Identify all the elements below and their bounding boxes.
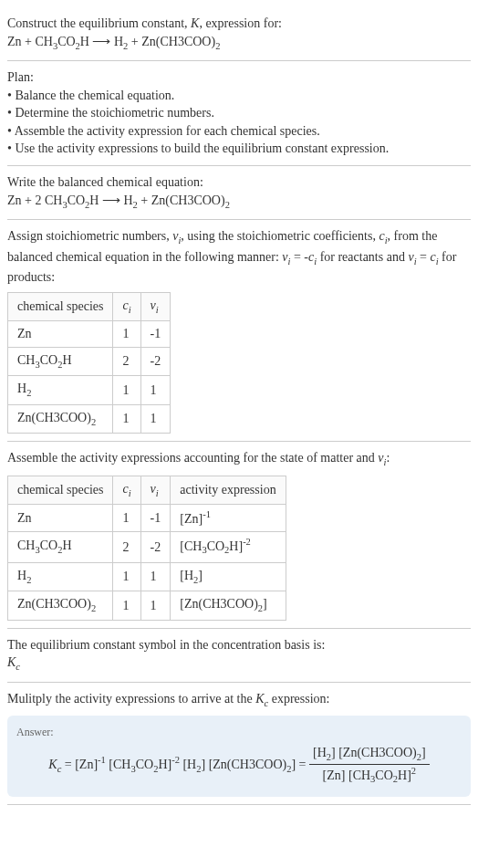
table-row: H2 1 1 [8, 376, 171, 404]
col-expr: activity expression [171, 476, 286, 504]
cell-nu: -1 [140, 505, 171, 532]
symbol-kc: Kc [7, 654, 471, 674]
cell-species: Zn [8, 321, 113, 348]
cell-species: CH3CO2H [8, 347, 113, 375]
cell-c: 1 [113, 505, 140, 532]
activity-intro: Assemble the activity expressions accoun… [7, 449, 471, 469]
col-c: ci [113, 476, 140, 504]
answer-box: Answer: Kc = [Zn]-1 [CH3CO2H]-2 [H2] [Zn… [7, 716, 471, 796]
cell-nu: 1 [140, 562, 171, 591]
plan-item: • Determine the stoichiometric numbers. [7, 104, 471, 122]
cell-species: Zn [8, 505, 113, 532]
balanced-heading: Write the balanced chemical equation: [7, 173, 471, 192]
col-nu: νi [140, 476, 171, 504]
intro-section: Construct the equilibrium constant, K, e… [7, 7, 471, 61]
intro-title: Construct the equilibrium constant, K, e… [7, 15, 471, 33]
table-row: Zn 1 -1 [Zn]-1 [8, 505, 286, 532]
table-row: Zn 1 -1 [8, 321, 171, 348]
plan-item: • Use the activity expressions to build … [7, 140, 471, 158]
cell-species: Zn(CH3COO)2 [8, 404, 113, 433]
table-header-row: chemical species ci νi activity expressi… [8, 476, 286, 504]
balanced-equation: Zn + 2 CH3CO2H ⟶ H2 + Zn(CH3COO)2 [7, 192, 471, 212]
cell-c: 1 [113, 404, 140, 433]
cell-c: 1 [113, 562, 140, 591]
stoich-intro: Assign stoichiometric numbers, νi, using… [7, 227, 471, 287]
cell-nu: -1 [140, 321, 171, 348]
table-row: CH3CO2H 2 -2 [CH3CO2H]-2 [8, 532, 286, 562]
cell-expr: [Zn]-1 [171, 505, 286, 532]
cell-c: 1 [113, 321, 140, 348]
cell-nu: 1 [140, 376, 171, 404]
answer-equation: Kc = [Zn]-1 [CH3CO2H]-2 [H2] [Zn(CH3COO)… [16, 744, 462, 788]
table-row: Zn(CH3COO)2 1 1 [Zn(CH3COO)2] [8, 591, 286, 620]
table-row: Zn(CH3COO)2 1 1 [8, 404, 171, 433]
plan-heading: Plan: [7, 68, 471, 87]
cell-c: 1 [113, 591, 140, 620]
cell-nu: 1 [140, 591, 171, 620]
stoich-table: chemical species ci νi Zn 1 -1 CH3CO2H 2… [7, 292, 171, 434]
symbol-section: The equilibrium constant symbol in the c… [7, 629, 471, 683]
cell-species: CH3CO2H [8, 532, 113, 562]
table-row: CH3CO2H 2 -2 [8, 347, 171, 375]
col-c: ci [113, 292, 140, 320]
cell-species: H2 [8, 376, 113, 404]
cell-c: 2 [113, 347, 140, 375]
cell-species: Zn(CH3COO)2 [8, 591, 113, 620]
table-row: H2 1 1 [H2] [8, 562, 286, 591]
cell-c: 1 [113, 376, 140, 404]
cell-expr: [Zn(CH3COO)2] [171, 591, 286, 620]
cell-c: 2 [113, 532, 140, 562]
intro-equation: Zn + CH3CO2H ⟶ H2 + Zn(CH3COO)2 [7, 33, 471, 53]
activity-table: chemical species ci νi activity expressi… [7, 476, 286, 621]
cell-expr: [H2] [171, 562, 286, 591]
col-species: chemical species [8, 292, 113, 320]
activity-section: Assemble the activity expressions accoun… [7, 442, 471, 628]
cell-nu: -2 [140, 532, 171, 562]
answer-label: Answer: [16, 725, 462, 740]
symbol-text: The equilibrium constant symbol in the c… [7, 636, 471, 654]
table-header-row: chemical species ci νi [8, 292, 171, 320]
plan-item: • Assemble the activity expression for e… [7, 122, 471, 141]
cell-nu: 1 [140, 404, 171, 433]
col-species: chemical species [8, 476, 113, 504]
plan-item: • Balance the chemical equation. [7, 87, 471, 105]
stoich-section: Assign stoichiometric numbers, νi, using… [7, 220, 471, 442]
cell-nu: -2 [140, 347, 171, 375]
col-nu: νi [140, 292, 171, 320]
multiply-text: Mulitply the activity expressions to arr… [7, 690, 471, 710]
cell-species: H2 [8, 562, 113, 591]
cell-expr: [CH3CO2H]-2 [171, 532, 286, 562]
balanced-section: Write the balanced chemical equation: Zn… [7, 166, 471, 220]
multiply-section: Mulitply the activity expressions to arr… [7, 683, 471, 805]
plan-section: Plan: • Balance the chemical equation. •… [7, 61, 471, 166]
